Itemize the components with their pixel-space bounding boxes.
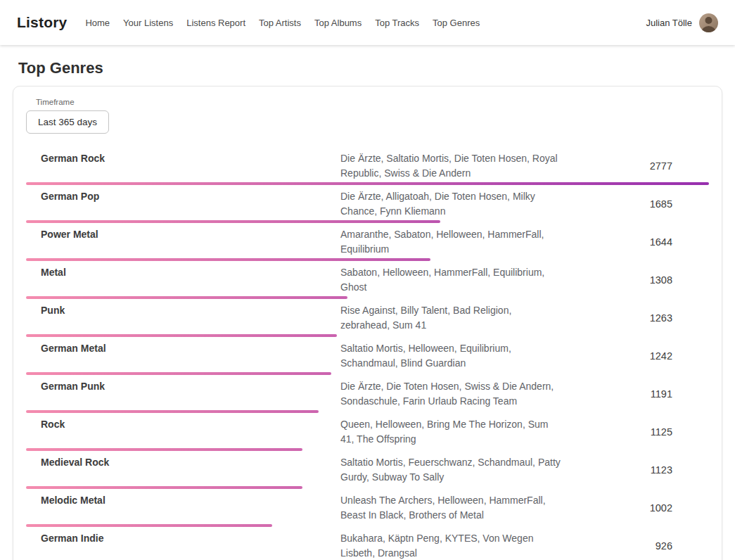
genre-bar-fill: [26, 372, 331, 375]
genre-name: Medieval Rock: [26, 455, 340, 485]
nav-top-tracks[interactable]: Top Tracks: [375, 18, 419, 28]
genre-count: 1125: [563, 426, 709, 438]
genre-bar: [26, 372, 709, 375]
genre-row: Medieval Rock Saltatio Mortis, Feuerschw…: [26, 451, 709, 489]
nav-top-genres[interactable]: Top Genres: [433, 18, 480, 28]
genre-row: Rock Queen, Helloween, Bring Me The Hori…: [26, 413, 709, 451]
genre-name: Power Metal: [26, 227, 340, 257]
genre-row: German Rock Die Ärzte, Saltatio Mortis, …: [26, 147, 709, 185]
genre-bar-fill: [26, 296, 347, 299]
genre-row-grid: Punk Rise Against, Billy Talent, Bad Rel…: [26, 303, 709, 333]
genre-name: German Indie: [26, 531, 340, 560]
nav-listens-report[interactable]: Listens Report: [186, 18, 245, 28]
genre-bar: [26, 220, 709, 223]
genre-artists: Amaranthe, Sabaton, Helloween, HammerFal…: [340, 227, 563, 257]
genre-row: Punk Rise Against, Billy Talent, Bad Rel…: [26, 299, 709, 337]
genre-bar-fill: [26, 258, 430, 261]
genre-artists: Unleash The Archers, Helloween, HammerFa…: [340, 493, 563, 523]
genre-bar-fill: [26, 220, 440, 223]
genre-row: German Punk Die Ärzte, Die Toten Hosen, …: [26, 375, 709, 413]
user-area: Julian Tölle: [646, 13, 718, 32]
genre-name: German Metal: [26, 341, 340, 371]
app-logo[interactable]: Listory: [17, 14, 67, 31]
genre-name: German Rock: [26, 151, 340, 181]
genre-bar-fill: [26, 334, 337, 337]
genre-bar-fill: [26, 448, 302, 451]
genre-row: German Metal Saltatio Mortis, Helloween,…: [26, 337, 709, 375]
genre-row-grid: German Punk Die Ärzte, Die Toten Hosen, …: [26, 379, 709, 409]
genre-count: 1685: [563, 198, 709, 210]
app-header: Listory Home Your Listens Listens Report…: [0, 0, 735, 45]
genre-row-grid: German Rock Die Ärzte, Saltatio Mortis, …: [26, 151, 709, 181]
genre-bar-fill: [26, 486, 302, 489]
genre-name: Metal: [26, 265, 340, 295]
genre-count: 1191: [563, 388, 709, 400]
user-avatar[interactable]: [699, 13, 718, 32]
nav-top-artists[interactable]: Top Artists: [259, 18, 301, 28]
genre-count: 1308: [563, 274, 709, 286]
nav-home[interactable]: Home: [85, 18, 110, 28]
genre-row-grid: German Indie Bukahara, Käptn Peng, KYTES…: [26, 531, 709, 560]
genre-row: Power Metal Amaranthe, Sabaton, Hellowee…: [26, 223, 709, 261]
genre-table: German Rock Die Ärzte, Saltatio Mortis, …: [26, 147, 709, 560]
genre-row: German Pop Die Ärzte, Alligatoah, Die To…: [26, 185, 709, 223]
genre-artists: Sabaton, Helloween, HammerFall, Equilibr…: [340, 265, 563, 295]
genre-count: 1263: [563, 312, 709, 324]
genre-count: 1644: [563, 236, 709, 248]
genre-count: 1002: [563, 502, 709, 514]
genre-name: Punk: [26, 303, 340, 333]
genre-row-grid: Rock Queen, Helloween, Bring Me The Hori…: [26, 417, 709, 447]
genre-count: 926: [563, 540, 709, 552]
nav-top-albums[interactable]: Top Albums: [314, 18, 362, 28]
genre-bar-fill: [26, 524, 272, 527]
genre-name: Melodic Metal: [26, 493, 340, 523]
genre-name: German Punk: [26, 379, 340, 409]
genre-row: Melodic Metal Unleash The Archers, Hello…: [26, 489, 709, 527]
genre-row: German Indie Bukahara, Käptn Peng, KYTES…: [26, 527, 709, 560]
genre-artists: Die Ärzte, Die Toten Hosen, Swiss & Die …: [340, 379, 563, 409]
genre-bar: [26, 258, 709, 261]
page-title: Top Genres: [18, 59, 735, 77]
genre-artists: Queen, Helloween, Bring Me The Horizon, …: [340, 417, 563, 447]
genre-row-grid: Metal Sabaton, Helloween, HammerFall, Eq…: [26, 265, 709, 295]
nav-your-listens[interactable]: Your Listens: [123, 18, 173, 28]
genre-bar: [26, 448, 709, 451]
genre-bar: [26, 182, 709, 185]
genre-row-grid: Melodic Metal Unleash The Archers, Hello…: [26, 493, 709, 523]
genre-artists: Rise Against, Billy Talent, Bad Religion…: [340, 303, 563, 333]
genre-artists: Saltatio Mortis, Feuerschwanz, Schandmau…: [340, 455, 563, 485]
timeframe-select[interactable]: Last 365 days: [26, 110, 109, 134]
user-name: Julian Tölle: [646, 18, 692, 28]
genre-bar: [26, 410, 709, 413]
genre-artists: Die Ärzte, Alligatoah, Die Toten Hosen, …: [340, 189, 563, 219]
top-genres-card: Timeframe Last 365 days German Rock Die …: [13, 86, 722, 560]
genre-bar: [26, 296, 709, 299]
genre-bar: [26, 334, 709, 337]
genre-artists: Die Ärzte, Saltatio Mortis, Die Toten Ho…: [340, 151, 563, 181]
genre-row-grid: Medieval Rock Saltatio Mortis, Feuerschw…: [26, 455, 709, 485]
genre-row: Metal Sabaton, Helloween, HammerFall, Eq…: [26, 261, 709, 299]
genre-name: German Pop: [26, 189, 340, 219]
timeframe-label: Timeframe: [36, 98, 709, 106]
genre-bar: [26, 524, 709, 527]
genre-row-grid: German Pop Die Ärzte, Alligatoah, Die To…: [26, 189, 709, 219]
genre-bar-fill: [26, 410, 319, 413]
genre-artists: Saltatio Mortis, Helloween, Equilibrium,…: [340, 341, 563, 371]
genre-bar-fill: [26, 182, 709, 185]
genre-bar: [26, 486, 709, 489]
genre-count: 1242: [563, 350, 709, 362]
genre-row-grid: Power Metal Amaranthe, Sabaton, Hellowee…: [26, 227, 709, 257]
main-nav: Home Your Listens Listens Report Top Art…: [85, 18, 480, 28]
genre-artists: Bukahara, Käptn Peng, KYTES, Von Wegen L…: [340, 531, 563, 560]
genre-count: 2777: [563, 160, 709, 172]
genre-name: Rock: [26, 417, 340, 447]
genre-count: 1123: [563, 464, 709, 476]
genre-row-grid: German Metal Saltatio Mortis, Helloween,…: [26, 341, 709, 371]
avatar-silhouette-icon: [699, 13, 718, 32]
